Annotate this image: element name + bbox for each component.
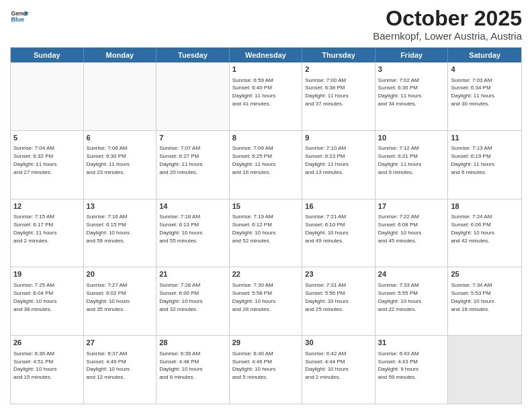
day-info: Sunrise: 7:15 AM Sunset: 6:17 PM Dayligh… bbox=[13, 214, 56, 244]
day-number: 8 bbox=[232, 133, 300, 143]
day-info: Sunrise: 7:27 AM Sunset: 6:02 PM Dayligh… bbox=[87, 282, 130, 312]
week-row-2: 5Sunrise: 7:04 AM Sunset: 6:32 PM Daylig… bbox=[11, 130, 521, 199]
header-day-wednesday: Wednesday bbox=[230, 48, 303, 62]
calendar: SundayMondayTuesdayWednesdayThursdayFrid… bbox=[10, 47, 522, 404]
day-info: Sunrise: 7:34 AM Sunset: 5:53 PM Dayligh… bbox=[451, 282, 494, 312]
day-cell-24: 24Sunrise: 7:33 AM Sunset: 5:55 PM Dayli… bbox=[375, 267, 449, 335]
day-info: Sunrise: 6:59 AM Sunset: 6:40 PM Dayligh… bbox=[232, 77, 275, 107]
day-info: Sunrise: 7:25 AM Sunset: 6:04 PM Dayligh… bbox=[13, 282, 56, 312]
day-cell-4: 4Sunrise: 7:03 AM Sunset: 6:34 PM Daylig… bbox=[448, 62, 521, 130]
day-number: 26 bbox=[13, 338, 81, 348]
day-cell-16: 16Sunrise: 7:21 AM Sunset: 6:10 PM Dayli… bbox=[302, 199, 375, 267]
day-cell-15: 15Sunrise: 7:19 AM Sunset: 6:12 PM Dayli… bbox=[230, 199, 303, 267]
day-number: 7 bbox=[159, 133, 226, 143]
title-block: October 2025 Baernkopf, Lower Austria, A… bbox=[373, 7, 522, 42]
day-cell-31: 31Sunrise: 6:43 AM Sunset: 4:43 PM Dayli… bbox=[375, 336, 449, 404]
day-number: 16 bbox=[305, 201, 372, 212]
day-info: Sunrise: 6:36 AM Sunset: 4:51 PM Dayligh… bbox=[13, 351, 56, 381]
logo: General Blue bbox=[10, 7, 29, 26]
day-number: 5 bbox=[13, 133, 81, 143]
day-info: Sunrise: 7:21 AM Sunset: 6:10 PM Dayligh… bbox=[305, 214, 348, 244]
day-info: Sunrise: 7:03 AM Sunset: 6:34 PM Dayligh… bbox=[451, 77, 494, 107]
day-info: Sunrise: 6:43 AM Sunset: 4:43 PM Dayligh… bbox=[378, 351, 419, 381]
logo-icon: General Blue bbox=[10, 7, 29, 26]
day-info: Sunrise: 7:07 AM Sunset: 6:27 PM Dayligh… bbox=[159, 145, 202, 175]
day-cell-8: 8Sunrise: 7:09 AM Sunset: 6:25 PM Daylig… bbox=[230, 131, 303, 199]
day-number: 30 bbox=[305, 338, 372, 348]
day-number: 21 bbox=[159, 269, 226, 279]
svg-text:Blue: Blue bbox=[11, 16, 24, 23]
day-info: Sunrise: 7:02 AM Sunset: 6:36 PM Dayligh… bbox=[378, 77, 421, 107]
day-number: 15 bbox=[232, 201, 300, 212]
day-cell-29: 29Sunrise: 6:40 AM Sunset: 4:46 PM Dayli… bbox=[230, 336, 303, 404]
day-info: Sunrise: 7:19 AM Sunset: 6:12 PM Dayligh… bbox=[232, 214, 275, 244]
empty-cell bbox=[84, 62, 157, 130]
empty-cell bbox=[448, 336, 521, 404]
week-row-4: 19Sunrise: 7:25 AM Sunset: 6:04 PM Dayli… bbox=[11, 267, 521, 335]
day-number: 4 bbox=[451, 64, 519, 75]
day-cell-11: 11Sunrise: 7:13 AM Sunset: 6:19 PM Dayli… bbox=[448, 131, 521, 199]
empty-cell bbox=[11, 62, 84, 130]
day-number: 19 bbox=[13, 269, 81, 279]
day-cell-13: 13Sunrise: 7:16 AM Sunset: 6:15 PM Dayli… bbox=[84, 199, 157, 267]
day-cell-1: 1Sunrise: 6:59 AM Sunset: 6:40 PM Daylig… bbox=[230, 62, 303, 130]
week-row-3: 12Sunrise: 7:15 AM Sunset: 6:17 PM Dayli… bbox=[11, 199, 521, 267]
day-cell-30: 30Sunrise: 6:42 AM Sunset: 4:44 PM Dayli… bbox=[302, 336, 375, 404]
day-number: 22 bbox=[232, 269, 300, 279]
day-info: Sunrise: 6:37 AM Sunset: 4:49 PM Dayligh… bbox=[87, 351, 130, 381]
location-title: Baernkopf, Lower Austria, Austria bbox=[373, 30, 522, 42]
day-number: 11 bbox=[451, 133, 519, 143]
header-day-thursday: Thursday bbox=[302, 48, 375, 62]
day-number: 27 bbox=[87, 338, 154, 348]
day-cell-28: 28Sunrise: 6:39 AM Sunset: 4:48 PM Dayli… bbox=[157, 336, 230, 404]
day-number: 14 bbox=[159, 201, 226, 212]
day-info: Sunrise: 7:10 AM Sunset: 6:23 PM Dayligh… bbox=[305, 145, 348, 175]
day-info: Sunrise: 7:04 AM Sunset: 6:32 PM Dayligh… bbox=[13, 145, 56, 175]
day-info: Sunrise: 6:42 AM Sunset: 4:44 PM Dayligh… bbox=[305, 351, 348, 381]
day-number: 23 bbox=[305, 269, 372, 279]
day-cell-27: 27Sunrise: 6:37 AM Sunset: 4:49 PM Dayli… bbox=[84, 336, 157, 404]
day-number: 9 bbox=[305, 133, 372, 143]
day-cell-19: 19Sunrise: 7:25 AM Sunset: 6:04 PM Dayli… bbox=[11, 267, 84, 335]
day-cell-2: 2Sunrise: 7:00 AM Sunset: 6:38 PM Daylig… bbox=[302, 62, 375, 130]
day-cell-25: 25Sunrise: 7:34 AM Sunset: 5:53 PM Dayli… bbox=[448, 267, 521, 335]
day-info: Sunrise: 6:39 AM Sunset: 4:48 PM Dayligh… bbox=[159, 351, 202, 381]
day-number: 25 bbox=[451, 269, 519, 279]
day-info: Sunrise: 7:00 AM Sunset: 6:38 PM Dayligh… bbox=[305, 77, 348, 107]
empty-cell bbox=[157, 62, 230, 130]
header-day-sunday: Sunday bbox=[11, 48, 84, 62]
day-cell-7: 7Sunrise: 7:07 AM Sunset: 6:27 PM Daylig… bbox=[157, 131, 230, 199]
day-cell-18: 18Sunrise: 7:24 AM Sunset: 6:06 PM Dayli… bbox=[448, 199, 521, 267]
day-cell-20: 20Sunrise: 7:27 AM Sunset: 6:02 PM Dayli… bbox=[84, 267, 157, 335]
day-number: 6 bbox=[87, 133, 154, 143]
day-info: Sunrise: 7:24 AM Sunset: 6:06 PM Dayligh… bbox=[451, 214, 494, 244]
calendar-body: 1Sunrise: 6:59 AM Sunset: 6:40 PM Daylig… bbox=[11, 62, 521, 404]
week-row-5: 26Sunrise: 6:36 AM Sunset: 4:51 PM Dayli… bbox=[11, 335, 521, 404]
day-info: Sunrise: 7:31 AM Sunset: 5:56 PM Dayligh… bbox=[305, 282, 348, 312]
day-number: 24 bbox=[378, 269, 445, 279]
header-day-saturday: Saturday bbox=[448, 48, 521, 62]
day-number: 1 bbox=[232, 64, 300, 75]
day-cell-9: 9Sunrise: 7:10 AM Sunset: 6:23 PM Daylig… bbox=[302, 131, 375, 199]
day-info: Sunrise: 7:12 AM Sunset: 6:21 PM Dayligh… bbox=[378, 145, 421, 175]
header-day-friday: Friday bbox=[375, 48, 449, 62]
day-number: 28 bbox=[159, 338, 226, 348]
calendar-header: SundayMondayTuesdayWednesdayThursdayFrid… bbox=[11, 48, 521, 62]
day-number: 3 bbox=[378, 64, 445, 75]
day-cell-10: 10Sunrise: 7:12 AM Sunset: 6:21 PM Dayli… bbox=[375, 131, 449, 199]
day-number: 29 bbox=[232, 338, 300, 348]
header-day-monday: Monday bbox=[84, 48, 157, 62]
day-cell-22: 22Sunrise: 7:30 AM Sunset: 5:58 PM Dayli… bbox=[230, 267, 303, 335]
day-info: Sunrise: 7:30 AM Sunset: 5:58 PM Dayligh… bbox=[232, 282, 275, 312]
page-header: General Blue October 2025 Baernkopf, Low… bbox=[10, 7, 522, 42]
day-cell-21: 21Sunrise: 7:28 AM Sunset: 6:00 PM Dayli… bbox=[157, 267, 230, 335]
day-cell-5: 5Sunrise: 7:04 AM Sunset: 6:32 PM Daylig… bbox=[11, 131, 84, 199]
day-info: Sunrise: 7:13 AM Sunset: 6:19 PM Dayligh… bbox=[451, 145, 494, 175]
month-title: October 2025 bbox=[373, 7, 522, 30]
header-day-tuesday: Tuesday bbox=[157, 48, 230, 62]
day-info: Sunrise: 7:22 AM Sunset: 6:08 PM Dayligh… bbox=[378, 214, 421, 244]
day-number: 17 bbox=[378, 201, 445, 212]
day-info: Sunrise: 7:28 AM Sunset: 6:00 PM Dayligh… bbox=[159, 282, 202, 312]
day-cell-6: 6Sunrise: 7:06 AM Sunset: 6:30 PM Daylig… bbox=[84, 131, 157, 199]
day-number: 10 bbox=[378, 133, 445, 143]
